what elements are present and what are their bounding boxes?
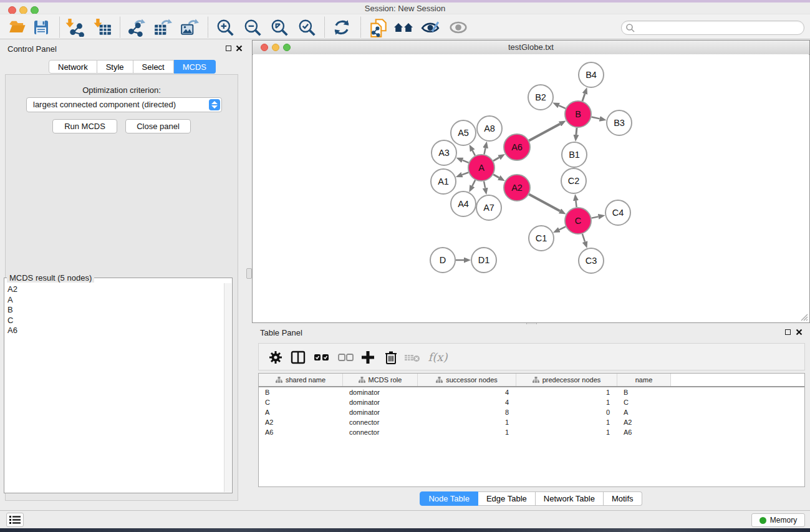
graph-edge-C-C3[interactable]: [582, 234, 585, 242]
table-cell[interactable]: 1: [516, 428, 617, 436]
close-panel-button[interactable]: Close panel: [125, 119, 191, 133]
select-all-columns-button[interactable]: [312, 348, 331, 367]
show-graphics-details-button[interactable]: [448, 17, 469, 37]
export-network-button[interactable]: [125, 17, 147, 37]
result-list-item[interactable]: B: [7, 305, 224, 316]
graph-edge-B-B1[interactable]: [576, 128, 577, 135]
tab-edge-table[interactable]: Edge Table: [478, 491, 536, 506]
unselect-all-columns-button[interactable]: [337, 348, 355, 367]
export-image-button[interactable]: [179, 17, 200, 37]
tab-select[interactable]: Select: [133, 60, 174, 74]
graph-edge-A-A2[interactable]: [493, 175, 499, 178]
tab-motifs[interactable]: Motifs: [604, 491, 642, 506]
graph-edge-B-B4[interactable]: [582, 94, 585, 101]
criterion-select[interactable]: largest connected component (directed): [26, 97, 222, 112]
table-cell[interactable]: A6: [617, 428, 671, 436]
delete-row-button[interactable]: [382, 348, 400, 367]
close-panel-icon[interactable]: [236, 45, 243, 52]
table-cell[interactable]: B: [617, 389, 671, 396]
graph-edge-C-C4[interactable]: [592, 216, 599, 218]
zoom-in-button[interactable]: [215, 17, 236, 37]
table-cell[interactable]: A: [617, 409, 671, 416]
column-header-shared-name[interactable]: shared name: [259, 374, 343, 386]
graph-edge-B-B3[interactable]: [592, 117, 600, 119]
table-row[interactable]: Bdominator41B: [259, 387, 804, 397]
search-input[interactable]: [621, 21, 804, 35]
clone-network-button[interactable]: [368, 17, 389, 37]
add-row-button[interactable]: [359, 348, 377, 367]
table-row[interactable]: A2connector11A2: [259, 417, 804, 427]
run-mcds-button[interactable]: Run MCDS: [52, 119, 117, 133]
column-header-mcds-role[interactable]: MCDS role: [343, 374, 418, 386]
column-header-successor-nodes[interactable]: successor nodes: [418, 374, 516, 386]
open-session-button[interactable]: [7, 17, 28, 37]
graph-edge-A-A6[interactable]: [493, 158, 499, 161]
graph-edge-A-A7[interactable]: [484, 181, 485, 188]
table-row[interactable]: A6connector11A6: [259, 427, 804, 437]
graph-edge-A-A5[interactable]: [473, 150, 475, 155]
import-table-button[interactable]: [92, 17, 113, 37]
hide-graphics-details-button[interactable]: [420, 17, 441, 37]
table-cell[interactable]: 1: [418, 418, 516, 426]
graph-edge-A6-B[interactable]: [529, 124, 560, 141]
table-cell[interactable]: 1: [418, 428, 516, 436]
tab-node-table[interactable]: Node Table: [420, 491, 478, 506]
task-history-button[interactable]: [6, 513, 24, 527]
result-list-scrollbar[interactable]: [224, 283, 231, 492]
float-panel-icon[interactable]: [226, 46, 231, 51]
export-table-button[interactable]: [152, 17, 173, 37]
result-list-item[interactable]: A: [7, 295, 224, 306]
table-cell[interactable]: A: [259, 409, 343, 416]
table-cell[interactable]: connector: [343, 428, 418, 436]
table-close-icon[interactable]: [796, 329, 803, 336]
table-cell[interactable]: A6: [259, 428, 343, 436]
graph-edge-A-A8[interactable]: [484, 148, 485, 154]
table-cell[interactable]: 1: [516, 418, 617, 426]
delete-table-button[interactable]: [403, 348, 422, 367]
table-options-button[interactable]: [266, 348, 285, 367]
tab-network-table[interactable]: Network Table: [536, 491, 604, 506]
graph-edge-A-A4[interactable]: [472, 180, 475, 186]
column-header-predecessor-nodes[interactable]: predecessor nodes: [516, 374, 617, 386]
table-cell[interactable]: dominator: [343, 409, 418, 416]
memory-button[interactable]: Memory: [751, 513, 805, 527]
table-float-icon[interactable]: [785, 329, 791, 335]
graph-edge-A-A1[interactable]: [462, 172, 468, 175]
network-canvas[interactable]: AA1A2A3A4A5A6A7A8BB1B2B3B4CC1C2C3C4DD1: [253, 54, 809, 322]
import-network-button[interactable]: [64, 17, 85, 37]
graph-edge-C-C2[interactable]: [576, 201, 576, 207]
table-cell[interactable]: 4: [418, 399, 516, 406]
table-cell[interactable]: B: [259, 389, 343, 396]
table-cell[interactable]: 1: [516, 399, 617, 406]
table-cell[interactable]: dominator: [343, 389, 418, 396]
network-graph[interactable]: AA1A2A3A4A5A6A7A8BB1B2B3B4CC1C2C3C4DD1: [253, 54, 809, 322]
zoom-selected-button[interactable]: [296, 17, 317, 37]
result-list-item[interactable]: A6: [7, 326, 224, 336]
resize-grip-icon[interactable]: [799, 312, 808, 321]
table-cell[interactable]: A2: [259, 418, 343, 426]
apply-layout-button[interactable]: [331, 17, 352, 37]
graph-edge-A2-C[interactable]: [529, 194, 560, 211]
tab-style[interactable]: Style: [97, 60, 133, 74]
save-session-button[interactable]: [31, 17, 52, 37]
table-cell[interactable]: 0: [516, 409, 617, 416]
result-list-item[interactable]: C: [7, 316, 224, 326]
zoom-fit-button[interactable]: [269, 17, 290, 37]
table-row[interactable]: Cdominator41C: [259, 397, 804, 407]
table-cell[interactable]: dominator: [343, 399, 418, 406]
network-window-titlebar[interactable]: testGlobe.txt: [253, 41, 809, 55]
vertical-splitter-handle[interactable]: [246, 268, 252, 279]
table-cell[interactable]: A2: [617, 418, 671, 426]
column-header-name[interactable]: name: [617, 374, 671, 386]
zoom-out-button[interactable]: [242, 17, 263, 37]
table-row[interactable]: Adominator80A: [259, 407, 804, 417]
graph-edge-C-C1[interactable]: [559, 226, 566, 230]
table-cell[interactable]: C: [617, 399, 671, 406]
show-column-button[interactable]: [289, 348, 307, 367]
node-table[interactable]: shared name MCDS role successor nodes pr…: [258, 373, 805, 487]
graph-edge-B-B2[interactable]: [559, 105, 566, 109]
table-cell[interactable]: 4: [418, 389, 516, 396]
tab-network[interactable]: Network: [49, 60, 97, 74]
table-cell[interactable]: 1: [516, 389, 617, 396]
first-neighbors-button[interactable]: [393, 17, 414, 37]
